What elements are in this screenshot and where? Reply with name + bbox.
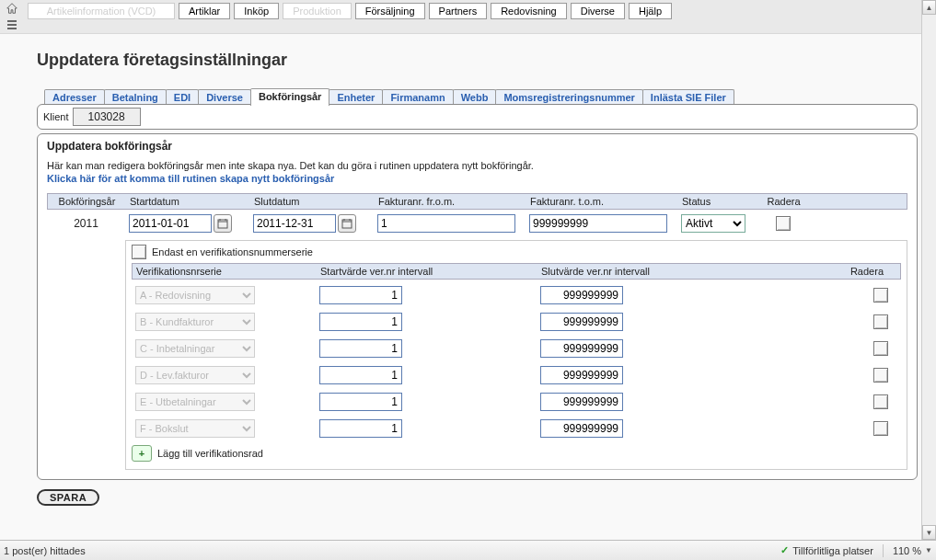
series-row: E - Utbetalningar [132,386,901,413]
menu-artiklar[interactable]: Artiklar [179,3,230,19]
series-row: F - Bokslut [132,413,901,440]
col-status: Status [678,194,754,209]
enddate-input[interactable] [253,214,336,233]
verification-series-panel: Endast en verifikationsnummerserie Verif… [125,240,907,470]
menu-forsaljning[interactable]: Försäljning [355,3,425,19]
tab-bokforingsar[interactable]: Bokföringsår [250,88,329,106]
page-title: Uppdatera företagsinställningar [37,51,918,70]
series-select: A - Redovisning [135,286,255,304]
menu-inkop[interactable]: Inköp [234,3,279,19]
series-select: C - Inbetalningar [135,339,255,358]
status-zoom[interactable]: 110 % ▼ [893,545,932,556]
klient-value: 103028 [73,108,141,126]
series-end-input[interactable] [540,419,623,438]
series-row: B - Kundfakturor [132,306,901,333]
series-row: D - Lev.fakturor [132,360,901,386]
delete-series-checkbox[interactable] [873,421,888,436]
check-icon: ✓ [780,544,789,556]
add-series-icon[interactable]: + [132,445,152,462]
menu-partners[interactable]: Partners [429,3,488,19]
series-start-input[interactable] [319,339,402,358]
menu-produktion: Produktion [283,3,352,19]
add-series-label: Lägg till verifikationsrad [157,448,263,459]
series-end-input[interactable] [540,313,623,331]
series-end-input[interactable] [540,393,623,411]
scroll-down-icon[interactable]: ▼ [922,525,936,540]
series-select: D - Lev.fakturor [135,366,255,384]
delete-series-checkbox[interactable] [873,394,888,409]
status-trusted-sites[interactable]: ✓ Tillförlitliga platser [780,544,873,556]
invfrom-input[interactable] [377,214,515,233]
status-select[interactable]: Aktivt [681,214,745,233]
status-zoom-label: 110 % [893,545,921,556]
help-text: Här kan man redigera bokföringsår men in… [47,160,907,171]
scol-start: Startvärde ver.nr intervall [317,264,537,279]
svg-rect-4 [342,220,352,228]
series-row: C - Inbetalningar [132,333,901,360]
save-button[interactable]: SPARA [37,489,99,506]
year-row: 2011 Aktivt [47,210,907,234]
series-start-input[interactable] [319,286,402,304]
tab-edi[interactable]: EDI [166,89,199,105]
vertical-scrollbar[interactable]: ▲ ▼ [921,0,936,540]
create-new-year-link[interactable]: Klicka här för att komma till rutinen sk… [47,173,334,184]
scroll-up-icon[interactable]: ▲ [922,0,936,15]
col-start: Startdatum [126,194,250,209]
delete-series-checkbox[interactable] [873,368,888,383]
menu-hjalp[interactable]: Hjälp [629,3,672,19]
startdate-input[interactable] [129,214,212,233]
invto-input[interactable] [529,214,667,233]
series-end-input[interactable] [540,286,623,304]
enddate-calendar-icon[interactable] [338,214,356,233]
menu-redovisning[interactable]: Redovisning [491,3,567,19]
tab-sie[interactable]: Inlästa SIE Filer [642,89,734,105]
year-value: 2011 [47,215,125,232]
delete-series-checkbox[interactable] [873,288,888,303]
col-delete: Radera [754,194,814,209]
series-row: A - Redovisning [132,280,901,306]
scol-del: Radera [758,264,900,279]
series-start-input[interactable] [319,366,402,384]
series-select: B - Kundfakturor [135,313,255,331]
tab-betalning[interactable]: Betalning [104,89,167,105]
year-grid-header: Bokföringsår Startdatum Slutdatum Faktur… [47,193,907,210]
series-end-input[interactable] [540,366,623,384]
series-start-input[interactable] [319,313,402,331]
delete-series-checkbox[interactable] [873,341,888,356]
status-separator [883,544,884,557]
scroll-track[interactable] [922,15,936,525]
status-bar: 1 post(er) hittades ✓ Tillförlitliga pla… [0,540,936,560]
bokforingsar-panel: Uppdatera bokföringsår Här kan man redig… [37,133,918,480]
tabstrip: Adresser Betalning EDI Diverse Bokföring… [37,88,918,105]
series-select: F - Bokslut [135,419,255,438]
svg-rect-0 [218,220,227,228]
home-icon[interactable] [6,2,18,15]
startdate-calendar-icon[interactable] [214,214,232,233]
col-invfrom: Fakturanr. fr.o.m. [375,194,526,209]
section-title: Uppdatera bokföringsår [47,140,907,153]
col-invto: Fakturanr. t.o.m. [526,194,678,209]
chevron-down-icon: ▼ [925,546,932,554]
tab-enheter[interactable]: Enheter [329,89,383,105]
menu-diverse[interactable]: Diverse [571,3,625,19]
delete-series-checkbox[interactable] [873,314,888,329]
only-one-series-checkbox[interactable] [132,245,146,259]
tab-diverse[interactable]: Diverse [198,89,251,105]
menu-icon[interactable] [7,20,17,29]
klient-label: Klient [43,111,69,122]
series-grid-header: Verifikationsnrserie Startvärde ver.nr i… [132,263,901,280]
klient-panel: Klient 103028 [37,104,918,130]
status-record-count: 1 post(er) hittades [4,545,86,556]
tab-firmanamn[interactable]: Firmanamn [382,89,453,105]
tab-momsreg[interactable]: Momsregistreringsnummer [495,89,642,105]
series-start-input[interactable] [319,419,402,438]
tab-webb[interactable]: Webb [453,89,497,105]
series-start-input[interactable] [319,393,402,411]
status-trusted-label: Tillförlitliga platser [792,545,873,556]
delete-year-checkbox[interactable] [776,216,791,231]
series-end-input[interactable] [540,339,623,358]
top-toolbar: Artikelinformation (VCD) Artiklar Inköp … [0,0,936,34]
tab-adresser[interactable]: Adresser [44,89,105,105]
col-year: Bokföringsår [48,194,126,209]
scol-serie: Verifikationsnrserie [133,264,317,279]
